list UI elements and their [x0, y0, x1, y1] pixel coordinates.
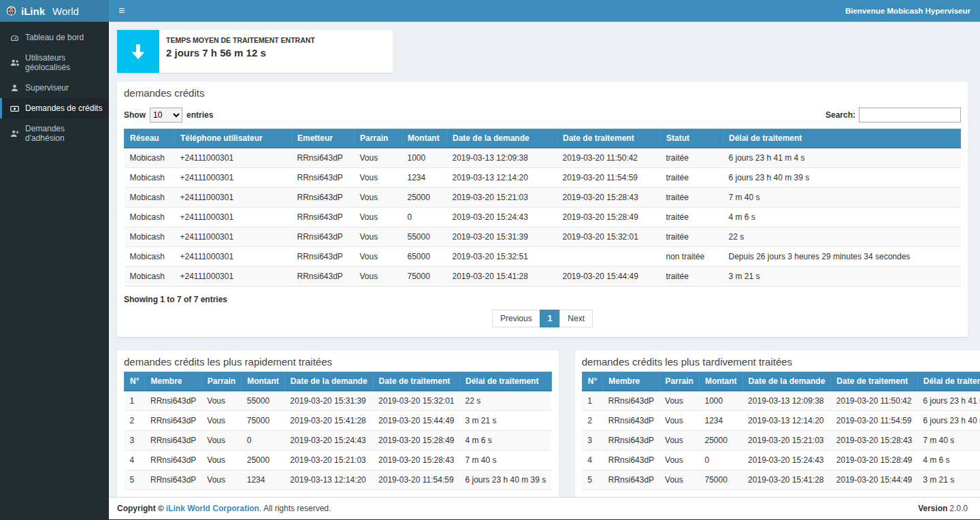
table-cell: Vous [659, 391, 699, 411]
table-row: Mobicash+24111000301RRnsi643dPVous750002… [125, 267, 961, 287]
table-cell: 2 [582, 411, 602, 431]
column-header[interactable]: Statut [661, 129, 723, 148]
column-header: Montant [699, 372, 742, 391]
table-cell: 4 [582, 451, 602, 470]
table-cell: 2019-03-20 15:32:01 [373, 391, 459, 411]
table-row: Mobicash+24111000301RRnsi643dPVous250002… [125, 188, 961, 208]
welcome-user-text: Bienvenue Mobicash Hyperviseur [845, 7, 980, 15]
column-header: N° [582, 372, 602, 391]
table-cell: 2019-03-13 12:14:20 [742, 411, 831, 431]
table-cell: RRnsi643dP [292, 148, 355, 168]
pagination: Previous 1 Next [124, 306, 961, 330]
table-row: 4RRnsi643dPVous250002019-03-20 15:21:032… [125, 451, 552, 470]
column-header[interactable]: Date de traitement [557, 129, 661, 148]
column-header[interactable]: Date de la demande [447, 129, 557, 148]
table-cell: 2019-03-20 15:44:49 [831, 470, 917, 490]
table-row: Mobicash+24111000301RRnsi643dPVous02019-… [125, 208, 961, 227]
version-area: Version2.0.0 [918, 504, 968, 513]
column-header: Date de traitement [373, 372, 459, 391]
copyright-area: Copyright ©iLink World Corporation. All … [117, 504, 331, 513]
table-header-row: N°MembreParrainMontantDate de la demande… [582, 372, 980, 391]
table-cell: 2019-03-20 15:24:43 [742, 451, 831, 470]
table-cell: 1000 [402, 148, 447, 168]
table-row: 2RRnsi643dPVous12342019-03-13 12:14:2020… [582, 411, 980, 431]
table-cell: +24111000301 [175, 148, 292, 168]
membership-icon [10, 129, 20, 138]
column-header[interactable]: Délai de traitement [723, 129, 961, 148]
table-cell: Vous [659, 470, 699, 490]
column-header[interactable]: Parrain [355, 129, 402, 148]
table-cell: 2019-03-20 15:28:43 [557, 188, 661, 208]
infobox-label: TEMPS MOYEN DE TRAITEMENT ENTRANT [166, 36, 315, 44]
table-cell: RRnsi643dP [145, 411, 201, 431]
table-cell: traitée [661, 208, 723, 227]
fastest-panel-title: demandes crédits les plus rapidement tra… [117, 351, 559, 372]
column-header: Date de traitement [831, 372, 917, 391]
sidebar-item-demandes-de-credits[interactable]: Demandes de crédits [0, 98, 109, 118]
top-navbar: iLinkWorld ≡ Bienvenue Mobicash Hypervis… [0, 0, 980, 22]
table-cell: 3 m 21 s [723, 267, 961, 287]
sidebar-item-tableau-de-bord[interactable]: Tableau de bord [0, 27, 109, 48]
fastest-panel-body: N°MembreParrainMontantDate de la demande… [117, 372, 559, 497]
table-cell: +24111000301 [175, 227, 292, 247]
table-cell: 2019-03-20 15:24:43 [447, 208, 557, 227]
copyright-label: Copyright © [117, 504, 164, 513]
sidebar-toggle-icon[interactable]: ≡ [109, 0, 134, 22]
column-header[interactable]: Montant [402, 129, 447, 148]
table-cell: 22 s [723, 227, 961, 247]
slowest-credits-panel: demandes crédits les plus tardivement tr… [575, 351, 980, 497]
table-cell: Mobicash [125, 247, 175, 267]
table-cell: Vous [201, 470, 241, 490]
table-body: 1RRnsi643dPVous10002019-03-13 12:09:3820… [582, 391, 980, 490]
table-cell: 2019-03-20 11:54:59 [373, 470, 459, 490]
table-cell: 2019-03-20 15:21:03 [742, 431, 831, 451]
table-cell: 2019-03-20 15:28:43 [831, 431, 917, 451]
table-cell: 0 [699, 451, 742, 470]
infobox-content: TEMPS MOYEN DE TRAITEMENT ENTRANT 2 jour… [159, 30, 322, 73]
table-cell: 75000 [242, 411, 285, 431]
table-cell: Mobicash [125, 148, 175, 168]
table-cell: 1000 [699, 391, 742, 411]
column-header[interactable]: Téléphone utilisateur [175, 129, 292, 148]
table-cell: +24111000301 [175, 247, 292, 267]
column-header[interactable]: Réseau [125, 129, 175, 148]
column-header: Délai de traitement [917, 372, 980, 391]
pagination-page-1-button[interactable]: 1 [540, 310, 561, 327]
table-cell: Mobicash [125, 267, 175, 287]
sidebar-item-demandes-adhesion[interactable]: Demandes d'adhésion [0, 118, 109, 148]
table-cell: 6 jours 23 h 40 m 39 s [460, 470, 552, 490]
table-row: 5RRnsi643dPVous750002019-03-20 15:41:282… [582, 470, 980, 490]
table-cell: 6 jours 23 h 41 m 4 s [917, 391, 980, 411]
pagination-previous-button[interactable]: Previous [492, 310, 540, 327]
brand-link[interactable]: iLinkWorld [0, 0, 109, 22]
credits-panel-title: demandes crédits [117, 82, 968, 103]
table-row: 1RRnsi643dPVous10002019-03-13 12:09:3820… [582, 391, 980, 411]
column-header: Parrain [659, 372, 699, 391]
column-header: Date de la demande [284, 372, 373, 391]
table-cell: 1 [582, 391, 602, 411]
table-cell: 1234 [402, 168, 447, 188]
column-header[interactable]: Emetteur [292, 129, 355, 148]
table-cell: Vous [201, 411, 241, 431]
page-length-select[interactable]: 10 [150, 108, 182, 123]
sidebar-item-utilisateurs-geolocalises[interactable]: Utilisateurs géolocalisés [0, 48, 109, 78]
table-cell: 25000 [242, 451, 285, 470]
sidebar-item-superviseur[interactable]: Superviseur [0, 78, 109, 98]
table-cell: Mobicash [125, 168, 175, 188]
main-area: TEMPS MOYEN DE TRAITEMENT ENTRANT 2 jour… [109, 22, 980, 519]
pagination-next-button[interactable]: Next [559, 310, 593, 327]
table-cell: 4 m 6 s [723, 208, 961, 227]
table-cell: RRnsi643dP [145, 391, 201, 411]
table-cell: 2019-03-20 11:50:42 [831, 391, 917, 411]
table-cell: 2019-03-20 15:24:43 [284, 431, 373, 451]
company-link[interactable]: iLink World Corporation [166, 504, 259, 513]
table-cell: 25000 [699, 431, 742, 451]
table-cell: 2019-03-13 12:09:38 [447, 148, 557, 168]
table-cell: 2019-03-20 15:31:39 [284, 391, 373, 411]
sidebar-item-label: Superviseur [25, 83, 69, 93]
table-cell: 2019-03-20 11:54:59 [557, 168, 661, 188]
table-cell: 2019-03-20 15:41:28 [742, 470, 831, 490]
table-cell: 2019-03-13 12:14:20 [447, 168, 557, 188]
search-input[interactable] [859, 108, 961, 123]
search-label: Search: [826, 110, 855, 120]
